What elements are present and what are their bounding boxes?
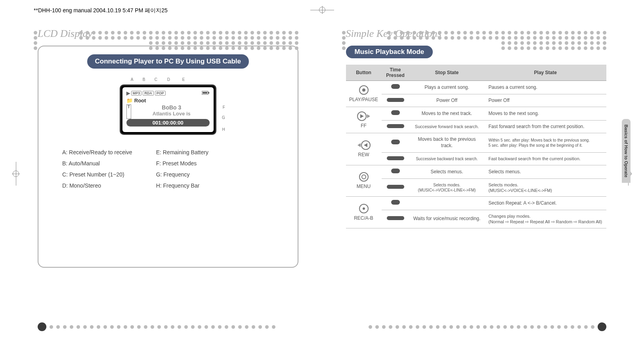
cell: Waits for voice/music recording. — [409, 210, 485, 228]
svg-point-12 — [362, 175, 366, 179]
lcd-line2: BoBo 3 — [134, 104, 210, 111]
ff-icon — [357, 111, 371, 121]
legend-c: C: Preset Number (1~20) — [62, 169, 132, 180]
decor-dots-rows — [380, 31, 606, 52]
cell: Pauses a current song. — [485, 81, 607, 94]
legend-h: H: Frequency Bar — [156, 180, 208, 191]
legend-e: E: Remaining Battery — [156, 147, 208, 158]
lcd-tag1: MP3 — [131, 91, 142, 96]
svg-marker-8 — [357, 143, 361, 147]
annot-e: E — [182, 77, 185, 82]
legend-f: F: Preset Modes — [156, 158, 208, 169]
th-time: Time Pressed — [382, 65, 409, 81]
cell: Fast backward search from the current po… — [485, 152, 607, 165]
decor-dots-col — [34, 31, 37, 50]
play-icon: ▶ — [126, 90, 130, 96]
decor-dots-rows — [73, 31, 298, 52]
cell: Fast forward search from the current pos… — [485, 120, 607, 133]
press-short-icon — [382, 197, 409, 210]
legend-d: D: Mono/Stereo — [62, 180, 132, 191]
btn-ff: FF — [346, 107, 382, 133]
press-short-icon — [382, 165, 409, 179]
legend: A: Receive/Ready to receive B: Auto/Manu… — [46, 147, 290, 191]
cell: Within 5 sec. after play: Moves back to … — [485, 133, 607, 152]
btn-rec: REC/A-B — [346, 197, 382, 228]
annot-a: A — [131, 77, 134, 82]
lcd-bar: 001:00:00:00 — [126, 119, 210, 127]
press-long-icon — [382, 178, 409, 197]
lcd-tag2: RDA — [143, 91, 154, 96]
btn-play-pause: PLAY/PAUSE — [346, 81, 382, 107]
lcd-screen: ▶ MP3 RDA POP 📁 Root — [120, 84, 216, 135]
btn-menu: MENU — [346, 165, 382, 197]
svg-marker-10 — [364, 143, 367, 147]
footer-dots-right — [369, 322, 606, 331]
svg-point-4 — [362, 88, 365, 92]
svg-point-11 — [359, 173, 368, 181]
cell: Section Repeat: A <-> B/Cancel. — [485, 197, 607, 210]
crop-mark-top — [310, 6, 334, 14]
legend-b: B: Auto/Manual — [62, 158, 132, 169]
battery-icon — [202, 91, 210, 96]
annot-g: G — [222, 115, 225, 120]
cell: Power Off — [485, 94, 607, 107]
svg-rect-2 — [203, 92, 207, 94]
side-tab: Basics of How to Operate — [622, 119, 631, 183]
press-long-icon — [382, 152, 409, 165]
cell: Power Off — [409, 94, 485, 107]
annot-h: H — [222, 127, 225, 132]
lcd-line3: Atlantis Love is — [134, 111, 210, 117]
pill-connecting: Connecting Player to PC By Using USB Cab… — [87, 54, 249, 69]
rew-icon — [357, 140, 371, 150]
press-short-icon — [382, 133, 409, 152]
cell: Successive backward track search. — [409, 152, 485, 165]
legend-a: A: Receive/Ready to receive — [62, 147, 132, 158]
th-stop: Stop State — [409, 65, 485, 81]
cell: Selects menus. — [409, 165, 485, 179]
press-short-icon — [382, 107, 409, 121]
lcd-tag3: POP — [155, 91, 166, 96]
cell: Moves to the next track. — [409, 107, 485, 121]
press-long-icon — [382, 210, 409, 228]
th-button: Button — [346, 65, 382, 81]
document-stamp: **DHH-100 eng manual 2004.10.19 5:47 PM … — [34, 7, 168, 14]
svg-marker-6 — [360, 114, 364, 118]
cell: Plays a current song. — [409, 81, 485, 94]
operations-table: Button Time Pressed Stop State Play Stat… — [346, 65, 607, 228]
rec-icon — [359, 203, 369, 214]
press-short-icon — [382, 81, 409, 94]
press-long-icon — [382, 94, 409, 107]
lcd-box: Connecting Player to PC By Using USB Cab… — [38, 46, 298, 268]
svg-rect-1 — [208, 92, 209, 94]
annot-f: F — [223, 105, 225, 109]
th-play: Play State — [485, 65, 607, 81]
cell: Changes play modes. (Normal ⇨ Repeat ⇨ R… — [485, 210, 607, 228]
t-icon: T — [126, 104, 131, 119]
folder-icon: 📁 — [126, 98, 133, 104]
play-pause-icon — [359, 85, 369, 95]
cell: Selects modes. (MUSIC<->VOICE<-LINE<->FM… — [409, 178, 485, 197]
cell: Successive forward track search. — [409, 120, 485, 133]
btn-rew: REW — [346, 133, 382, 165]
annot-c: C — [155, 77, 157, 82]
cell: Moves to the next song. — [485, 107, 607, 121]
svg-marker-7 — [367, 114, 370, 118]
annot-b: B — [143, 77, 145, 82]
lcd-root: Root — [134, 98, 146, 104]
cell — [409, 197, 485, 210]
annot-d: D — [167, 77, 170, 82]
left-panel: LCD Display Connecting Player to PC By U… — [0, 24, 322, 325]
cell: Moves back to the previous track. — [409, 133, 485, 152]
footer-dots-left — [38, 322, 275, 331]
svg-point-14 — [363, 207, 365, 210]
press-long-icon — [382, 120, 409, 133]
right-panel: Simple Key Operations Music Playback Mod… — [322, 24, 644, 325]
legend-g: G: Frequency — [156, 169, 208, 180]
cell: Selects menus. — [485, 165, 607, 179]
menu-icon — [359, 172, 369, 182]
cell: Selects modes. (MUSIC<->VOICE<-LINE<->FM… — [485, 178, 607, 197]
decor-dots-col — [342, 31, 346, 50]
